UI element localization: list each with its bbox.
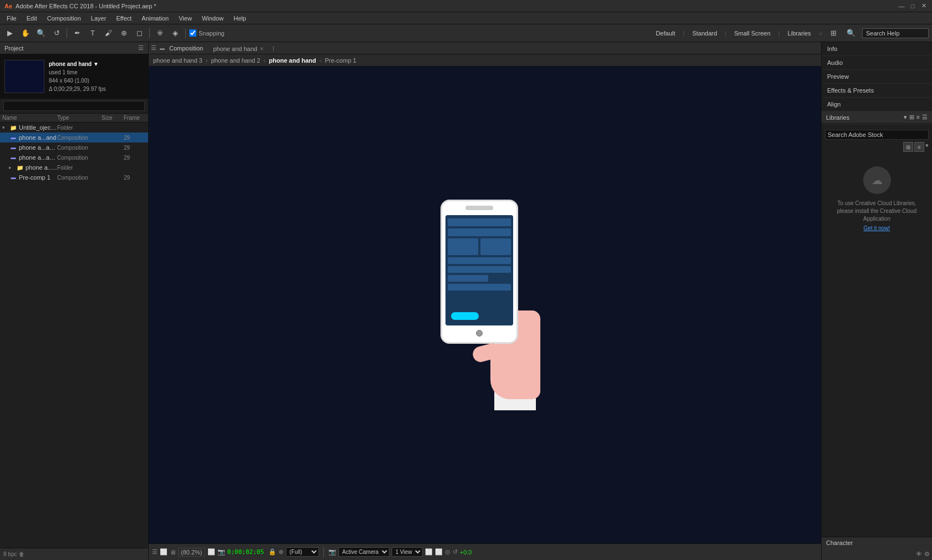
camera-select[interactable]: Active Camera xyxy=(338,547,389,557)
panel-effects-presets[interactable]: Effects & Presets xyxy=(822,84,932,98)
lib-list-btn[interactable]: ≡ xyxy=(914,142,924,152)
panel-preview[interactable]: Preview xyxy=(822,70,932,84)
tool-zoom[interactable]: 🔍 xyxy=(34,27,48,40)
nav-arrow-1: › xyxy=(206,57,208,64)
comp-label: Composition xyxy=(169,45,203,52)
settings-icon[interactable]: ⚙ xyxy=(924,551,930,558)
tab-close-phone-hand[interactable]: ✕ xyxy=(260,46,264,52)
project-item-precomp[interactable]: ▬ Pre-comp 1 Composition 29 xyxy=(0,172,148,182)
item-name-1: phone a...and xyxy=(19,134,57,141)
folder-icon-layers: 📁 xyxy=(16,164,24,171)
workspace-default[interactable]: Default xyxy=(652,30,678,37)
viewer-ctrl-8: ⬜ xyxy=(425,548,433,556)
help-search-input[interactable] xyxy=(862,28,929,38)
workspace-grid-icon[interactable]: ⊞ xyxy=(827,27,840,40)
libraries-controls: ▾ ⊞ ≡ ☰ xyxy=(904,114,928,121)
tool-select[interactable]: ▶ xyxy=(3,27,17,40)
libraries-menu[interactable]: ☰ xyxy=(922,114,928,121)
viewer-ctrl-7: 📷 xyxy=(328,548,336,556)
project-item-1[interactable]: ▬ phone a...and Composition 29 xyxy=(0,133,148,142)
menu-animation[interactable]: Animation xyxy=(137,14,173,23)
menu-composition[interactable]: Composition xyxy=(43,14,85,23)
workspace-search-icon[interactable]: 🔍 xyxy=(844,27,858,40)
panel-info[interactable]: Info xyxy=(822,42,932,56)
tool-rotate[interactable]: ↺ xyxy=(50,27,63,40)
viewer-menu-icon[interactable]: ☰ xyxy=(152,548,158,556)
snapping-checkbox[interactable] xyxy=(189,29,196,37)
item-name-2: phone a...and 2 xyxy=(19,144,57,151)
tool-brush[interactable]: 🖌 xyxy=(102,27,115,40)
workspace-libraries[interactable]: Libraries xyxy=(784,30,814,37)
cc-get-link[interactable]: Get it now! xyxy=(827,225,926,231)
menu-file[interactable]: File xyxy=(2,14,21,23)
libraries-dropdown[interactable]: ▾ xyxy=(904,114,907,121)
snapping-label: Snapping xyxy=(199,30,225,37)
workspace-smallscreen[interactable]: Small Screen xyxy=(731,30,773,37)
snapping-toggle[interactable]: Snapping xyxy=(189,29,225,37)
tab-phone-hand[interactable]: phone and hand ✕ xyxy=(207,43,270,53)
project-item-2[interactable]: ▬ phone a...and 2 Composition 29 xyxy=(0,142,148,152)
title-text: Adobe After Effects CC 2018 - Untitled P… xyxy=(16,3,156,9)
panel-icon: ▬ xyxy=(160,45,165,51)
adobe-stock-search[interactable] xyxy=(825,130,929,140)
libraries-list-view[interactable]: ≡ xyxy=(916,114,920,121)
phone-button xyxy=(451,312,479,320)
preview-thumbnail xyxy=(4,60,44,93)
preview-name: phone and hand ▼ xyxy=(49,60,106,68)
maximize-button[interactable]: □ xyxy=(909,2,916,10)
viewer-ctrl-6: ⊕ xyxy=(278,548,283,556)
breadcrumb-1[interactable]: phone and hand 3 xyxy=(153,57,202,64)
lib-arrow-btn[interactable]: ▾ xyxy=(925,142,929,152)
project-menu-icon[interactable]: ☰ xyxy=(138,44,144,52)
breadcrumb-active[interactable]: phone and hand xyxy=(269,57,316,64)
project-item-layers-folder[interactable]: ▸ 📁 phone a...Layers Folder xyxy=(0,162,148,172)
window-controls: — □ ✕ xyxy=(898,2,928,10)
menu-view[interactable]: View xyxy=(174,14,196,23)
quality-select[interactable]: (Full) Half Quarter xyxy=(286,547,319,557)
close-button[interactable]: ✕ xyxy=(920,2,928,10)
libraries-title: Libraries xyxy=(826,114,849,121)
minimize-button[interactable]: — xyxy=(898,2,905,10)
project-item-root-folder[interactable]: ▾ 📁 Untitle_oject.aep Folder xyxy=(0,123,148,133)
project-item-3[interactable]: ▬ phone a...and 3 Composition 29 xyxy=(0,152,148,162)
comp-icon-2: ▬ xyxy=(9,144,18,151)
item-frame-1: 29 xyxy=(124,135,146,141)
viewer-ctrl-5: 🔒 xyxy=(269,548,276,556)
workspace-standard[interactable]: Standard xyxy=(689,30,721,37)
toolbar-right: Default | Standard | Small Screen | Libr… xyxy=(652,27,929,40)
libraries-grid-view[interactable]: ⊞ xyxy=(909,114,914,121)
screen-row-1 xyxy=(448,218,511,226)
menu-help[interactable]: Help xyxy=(229,14,251,23)
phone-notch xyxy=(465,206,493,210)
project-search-input[interactable] xyxy=(3,101,145,111)
menu-effect[interactable]: Effect xyxy=(112,14,136,23)
panel-menu-icon[interactable]: ☰ xyxy=(151,44,156,52)
view-select[interactable]: 1 View xyxy=(392,547,423,557)
titlebar: Ae Adobe After Effects CC 2018 - Untitle… xyxy=(0,0,932,12)
zoom-select[interactable]: (80.2%) xyxy=(178,548,205,557)
tool-eraser[interactable]: ◻ xyxy=(133,27,146,40)
nav-arrow-2: ‹ xyxy=(264,57,266,64)
project-columns: Name Type Size Frame xyxy=(0,114,148,123)
tool-pen[interactable]: ✒ xyxy=(70,27,84,40)
screen-row-2 xyxy=(448,228,511,236)
phone-home-dot xyxy=(476,330,483,337)
panel-audio[interactable]: Audio xyxy=(822,56,932,70)
lib-grid-btn[interactable]: ⊞ xyxy=(903,142,913,152)
tool-shape[interactable]: ◈ xyxy=(169,27,182,40)
preview-size: 844 x 640 (1.00) xyxy=(49,77,106,85)
breadcrumb-2[interactable]: phone and hand 2 xyxy=(211,57,260,64)
menu-layer[interactable]: Layer xyxy=(87,14,111,23)
tool-puppet[interactable]: ※ xyxy=(153,27,166,40)
breadcrumb-precomp[interactable]: Pre-comp 1 xyxy=(325,57,356,64)
panel-align[interactable]: Align xyxy=(822,98,932,111)
tool-clone[interactable]: ⊕ xyxy=(117,27,130,40)
viewer-ctrl-9: ⬜ xyxy=(435,548,443,556)
eye-icon[interactable]: 👁 xyxy=(916,551,922,558)
cc-description: To use Creative Cloud Libraries, please … xyxy=(827,200,926,223)
tool-hand[interactable]: ✋ xyxy=(19,27,32,40)
tool-text[interactable]: T xyxy=(86,27,99,40)
menu-edit[interactable]: Edit xyxy=(22,14,42,23)
ctrl-sep-1 xyxy=(323,547,324,557)
menu-window[interactable]: Window xyxy=(197,14,228,23)
